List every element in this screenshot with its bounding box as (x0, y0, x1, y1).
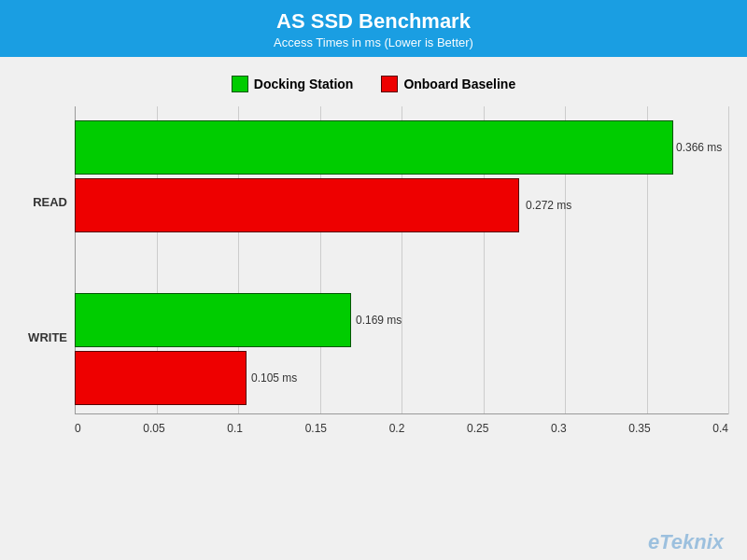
y-label-write: WRITE (19, 330, 67, 344)
x-tick-2: 0.1 (227, 422, 243, 435)
x-tick-3: 0.15 (305, 422, 327, 435)
x-tick-4: 0.2 (389, 422, 405, 435)
x-tick-7: 0.35 (628, 422, 650, 435)
legend-label-docking: Docking Station (254, 77, 354, 91)
y-label-read: READ (19, 195, 67, 209)
x-tick-0: 0 (75, 422, 81, 435)
read-docking-label: 0.366 ms (676, 141, 722, 154)
y-axis: READ WRITE (19, 106, 75, 461)
legend-color-docking (232, 76, 248, 92)
header: AS SSD Benchmark Access Times in ms (Low… (0, 0, 747, 57)
legend-label-onboard: Onboard Baseline (403, 77, 515, 91)
legend-item-docking: Docking Station (232, 76, 354, 92)
write-docking-fill (75, 293, 351, 347)
x-axis-labels: 0 0.05 0.1 0.15 0.2 0.25 0.3 0.35 0.4 (75, 422, 728, 435)
legend: Docking Station Onboard Baseline (19, 76, 728, 92)
write-onboard-bar: 0.105 ms (75, 351, 728, 405)
read-docking-fill (75, 120, 673, 175)
x-tick-1: 0.05 (143, 422, 164, 435)
read-onboard-label: 0.272 ms (526, 199, 571, 212)
chart-subtitle: Access Times in ms (Lower is Better) (0, 35, 747, 49)
read-onboard-fill (75, 178, 519, 232)
x-tick-6: 0.3 (551, 422, 567, 435)
x-tick-5: 0.25 (467, 422, 488, 435)
write-docking-label: 0.169 ms (356, 314, 402, 327)
write-onboard-label: 0.105 ms (251, 371, 297, 385)
legend-color-onboard (381, 76, 398, 92)
chart-title: AS SSD Benchmark (0, 9, 747, 34)
plot-area: 0.366 ms 0.272 ms 0.169 ms 0.105 m (75, 106, 728, 461)
read-docking-bar: 0.366 ms (75, 120, 728, 175)
chart-container: Docking Station Onboard Baseline READ WR… (0, 57, 747, 560)
write-docking-bar: 0.169 ms (75, 293, 728, 347)
x-tick-8: 0.4 (712, 422, 728, 435)
gridline-8 (728, 106, 729, 414)
legend-item-onboard: Onboard Baseline (381, 76, 515, 92)
watermark: eTeknix (648, 530, 724, 554)
write-group: 0.169 ms 0.105 ms (75, 293, 728, 405)
read-onboard-bar: 0.272 ms (75, 178, 728, 232)
write-onboard-fill (75, 351, 247, 405)
x-axis-line (75, 413, 728, 414)
read-group: 0.366 ms 0.272 ms (75, 120, 728, 232)
